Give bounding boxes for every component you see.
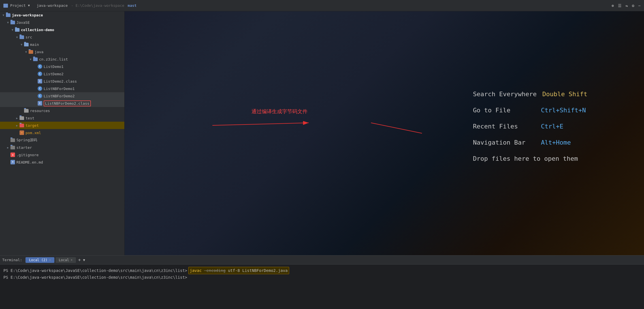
terminal-tab-local2[interactable]: Local (2) × — [25, 257, 54, 263]
listdemo1-label: ListDemo1 — [44, 65, 63, 69]
listdemo2-label: ListDemo2 — [44, 72, 63, 76]
terminal-line-2: PS E:\Code\java-workspace\JavaSE\collect… — [3, 274, 641, 280]
arrow-test: ▶ — [15, 116, 19, 120]
tree-item-listnbfordemo2[interactable]: ▶ C ListNBForDemo2 — [0, 92, 124, 100]
test-icon — [19, 116, 24, 120]
sync-icon[interactable]: ⊕ — [611, 3, 614, 8]
tree-item-javase[interactable]: ▼ JavaSE — [0, 19, 124, 26]
title-bar-icons: ⊕ ☰ ⇋ ⚙ − — [611, 3, 641, 8]
sidebar: ▼ java-workspace ▼ JavaSE ▼ collection-d… — [0, 11, 125, 255]
cmd-javac: javac — [190, 268, 202, 273]
title-bar: Project ▼ java-workspace - E:\Code\java-… — [0, 0, 644, 11]
main-folder-icon — [24, 42, 29, 47]
cmd-file: ListNBForDemo2.java — [242, 268, 288, 273]
tree-item-resources[interactable]: ▶ resources — [0, 107, 124, 114]
tree-item-starter[interactable]: ▶ starter — [0, 144, 124, 151]
shortcuts-overlay: Search Everywhere Double Shift Go to Fil… — [473, 91, 587, 162]
tree-item-target[interactable]: ▶ target — [0, 122, 124, 129]
drop-files-row: Drop files here to open them — [473, 155, 587, 162]
listnbfordemo1-icon: C — [37, 86, 42, 91]
terminal-area: Terminal: Local (2) × Local × + ▼ PS E:\… — [0, 255, 644, 309]
resources-label: resources — [30, 109, 50, 113]
tree-item-spring[interactable]: ▶ Spring源码 — [0, 136, 124, 144]
tree-item-package[interactable]: ▼ cn.z3inc.list — [0, 55, 124, 63]
tree-item-listdemo2class[interactable]: ▶ C ListDemo2.class — [0, 78, 124, 85]
arrow-javase: ▼ — [6, 20, 10, 25]
terminal-prompt-1: PS E:\Code\java-workspace\JavaSE\collect… — [3, 267, 187, 274]
target-label: target — [25, 123, 39, 128]
recent-files-key: Ctrl+E — [541, 123, 563, 130]
tree-item-readme[interactable]: ▶ M README.en.md — [0, 158, 124, 166]
terminal-tab1-label: Local (2) — [29, 258, 47, 262]
tree-item-collection-demo[interactable]: ▼ collection-demo — [0, 26, 124, 33]
tree-item-src[interactable]: ▼ src — [0, 33, 124, 41]
title-bar-left: Project ▼ java-workspace - E:\Code\java-… — [3, 3, 137, 8]
cmd-encoding-flag: -encoding — [204, 268, 226, 273]
listnbfordemo2class-label: ListNBForDemo2.class — [44, 100, 91, 106]
test-label: test — [25, 116, 34, 120]
javase-folder-icon — [10, 20, 15, 25]
path-label: - E:\Code\java-workspace — [71, 3, 124, 8]
terminal-chevron[interactable]: ▼ — [83, 258, 85, 262]
terminal-tab1-close[interactable]: × — [49, 258, 51, 261]
listnbfordemo1-label: ListNBForDemo1 — [44, 87, 75, 91]
shortcut-search: Search Everywhere Double Shift — [473, 91, 587, 98]
navigation-bar-key: Alt+Home — [541, 139, 571, 146]
terminal-tab2-close[interactable]: × — [71, 258, 72, 261]
starter-icon — [10, 145, 15, 150]
workspace-label: java-workspace — [37, 3, 68, 8]
readme-label: README.en.md — [16, 160, 43, 164]
tree-item-test[interactable]: ▶ test — [0, 114, 124, 122]
tree-item-java[interactable]: ▼ java — [0, 48, 124, 55]
src-label: src — [25, 35, 32, 39]
gitignore-icon: g — [10, 153, 15, 157]
tree-item-gitignore[interactable]: ▶ g .gitignore — [0, 151, 124, 158]
shortcut-recent: Recent Files Ctrl+E — [473, 123, 587, 130]
tree-item-main[interactable]: ▼ main — [0, 41, 124, 48]
readme-icon: M — [10, 160, 15, 164]
main-label: main — [30, 42, 39, 47]
shortcut-goto: Go to File Ctrl+Shift+N — [473, 107, 587, 114]
package-icon — [33, 57, 38, 61]
collection-demo-icon — [15, 27, 20, 32]
tree-item-listdemo1[interactable]: ▶ C ListDemo1 — [0, 63, 124, 70]
terminal-line-1: PS E:\Code\java-workspace\JavaSE\collect… — [3, 267, 641, 274]
listnbfordemo2-icon: C — [37, 94, 42, 98]
structure-icon[interactable]: ☰ — [618, 3, 622, 8]
terminal-tabs: Terminal: Local (2) × Local × + ▼ — [0, 256, 644, 265]
tree-item-pom[interactable]: ▶ m pom.xml — [0, 129, 124, 136]
tree-item-workspace[interactable]: ▼ java-workspace — [0, 11, 124, 19]
target-icon — [19, 123, 24, 128]
terminal-prompt-2: PS E:\Code\java-workspace\JavaSE\collect… — [3, 274, 187, 280]
project-label: Project — [10, 3, 26, 8]
listdemo2class-icon: C — [37, 79, 42, 83]
tree-item-listnbfordemo2class[interactable]: ▶ C ListNBForDemo2.class — [0, 100, 124, 107]
java-folder-icon — [28, 50, 33, 54]
tree-item-listnbfordemo1[interactable]: ▶ C ListNBForDemo1 — [0, 85, 124, 92]
recent-files-label: Recent Files — [473, 123, 535, 130]
resources-icon — [24, 108, 29, 113]
arrow-main: ▼ — [19, 42, 24, 47]
listdemo2-icon: C — [37, 72, 42, 76]
src-folder-icon — [19, 35, 24, 39]
navigation-bar-label: Navigation Bar — [473, 139, 535, 146]
main-area: ▼ java-workspace ▼ JavaSE ▼ collection-d… — [0, 11, 644, 255]
terminal-label: Terminal: — [2, 258, 22, 262]
collapse-icon[interactable]: ⇋ — [626, 3, 628, 8]
listdemo1-icon: C — [37, 64, 42, 69]
collection-demo-label: collection-demo — [21, 28, 54, 32]
cmd-utf8: utf-8 — [228, 268, 240, 273]
arrow-target: ▶ — [15, 123, 19, 128]
terminal-tab-local[interactable]: Local × — [56, 257, 76, 263]
pom-label: pom.xml — [25, 131, 41, 135]
settings-icon[interactable]: ⚙ — [632, 3, 634, 8]
terminal-command-highlight: javac -encoding utf-8 ListNBForDemo2.jav… — [188, 267, 289, 274]
tree-item-listdemo2[interactable]: ▶ C ListDemo2 — [0, 70, 124, 78]
gitignore-label: .gitignore — [16, 153, 39, 157]
package-label: cn.z3inc.list — [39, 57, 68, 61]
goto-file-label: Go to File — [473, 107, 535, 114]
arrow-collection-demo: ▼ — [10, 27, 15, 32]
terminal-add-tab[interactable]: + — [77, 257, 82, 263]
minimize-icon[interactable]: − — [638, 3, 641, 8]
javase-label: JavaSE — [16, 20, 30, 25]
